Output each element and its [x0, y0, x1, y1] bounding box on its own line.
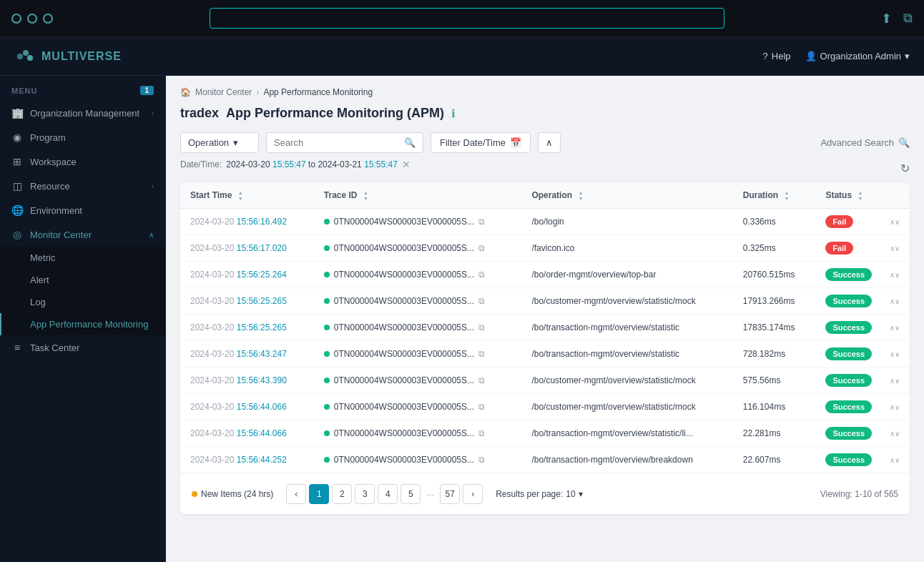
environment-label: Environment [30, 205, 82, 216]
sidebar-item-workspace[interactable]: ⊞ Workspace [0, 149, 165, 174]
filter-toggle-button[interactable]: ∧ [538, 132, 561, 153]
time-link-5[interactable]: 15:56:43.247 [237, 349, 287, 359]
cell-status-9: Success ∧∨ [815, 447, 910, 473]
sidebar-item-resource[interactable]: ◫ Resource › [0, 174, 165, 198]
copy-icon-5[interactable]: ⧉ [478, 349, 485, 359]
col-start-time[interactable]: Start Time ▲ ▼ [180, 183, 314, 209]
table-row[interactable]: 2024-03-20 15:56:25.265 0TN000004WS00000… [180, 288, 910, 315]
sidebar-item-metric[interactable]: Metric [0, 247, 165, 269]
results-per-page-selector[interactable]: Results per page: 10 ▾ [496, 489, 582, 499]
col-trace-id[interactable]: Trace ID ▲ ▼ [314, 183, 522, 209]
expand-row-icon-8[interactable]: ∧∨ [890, 430, 900, 438]
advanced-search-icon: 🔍 [898, 137, 910, 148]
sidebar-item-monitor-center[interactable]: ◎ Monitor Center ∧ [0, 222, 165, 247]
expand-row-icon-9[interactable]: ∧∨ [890, 456, 900, 464]
pagination-page-1[interactable]: 1 [309, 484, 329, 504]
col-status[interactable]: Status ▲ ▼ [815, 183, 910, 209]
pagination-next-button[interactable]: › [463, 484, 483, 504]
user-menu-button[interactable]: 👤 Organization Admin ▾ [805, 51, 910, 61]
time-link-7[interactable]: 15:56:44.066 [237, 402, 287, 412]
sort-trace-id-icon[interactable]: ▲ ▼ [363, 190, 368, 201]
copy-icon-9[interactable]: ⧉ [478, 455, 485, 465]
page-title: App Performance Monitoring (APM) [226, 106, 444, 121]
copy-icon-4[interactable]: ⧉ [478, 322, 485, 332]
operation-filter[interactable]: Operation ▾ [180, 132, 259, 153]
sidebar-item-environment[interactable]: 🌐 Environment [0, 198, 165, 222]
copy-icon-3[interactable]: ⧉ [478, 296, 485, 306]
table-row[interactable]: 2024-03-20 15:56:25.265 0TN000004WS00000… [180, 315, 910, 341]
pagination-page-57[interactable]: 57 [440, 484, 460, 504]
time-link-4[interactable]: 15:56:25.265 [237, 322, 287, 332]
time-link-6[interactable]: 15:56:43.390 [237, 375, 287, 385]
table-row[interactable]: 2024-03-20 15:56:44.066 0TN000004WS00000… [180, 394, 910, 420]
cell-trace-5: 0TN000004WS000003EV000005S... ⧉ [314, 341, 522, 368]
pagination-page-3[interactable]: 3 [355, 484, 375, 504]
remove-date-filter-button[interactable]: ✕ [402, 159, 411, 170]
time-link-1[interactable]: 15:56:17.020 [237, 243, 287, 253]
time-link-2[interactable]: 15:56:25.264 [237, 270, 287, 280]
pagination-prev-button[interactable]: ‹ [286, 484, 306, 504]
sort-status-icon[interactable]: ▲ ▼ [857, 190, 862, 201]
sort-duration-icon[interactable]: ▲ ▼ [784, 190, 789, 201]
table-row[interactable]: 2024-03-20 15:56:43.390 0TN000004WS00000… [180, 368, 910, 394]
cell-start-time-0: 2024-03-20 15:56:16.492 [180, 209, 314, 235]
table-row[interactable]: 2024-03-20 15:56:17.020 0TN000004WS00000… [180, 235, 910, 262]
sort-start-time-icon[interactable]: ▲ ▼ [238, 190, 243, 201]
menu-badge: 1 [140, 86, 154, 95]
trace-id-7: 0TN000004WS000003EV000005S... [334, 402, 474, 412]
app-name: tradex [180, 106, 219, 121]
expand-row-icon-3[interactable]: ∧∨ [890, 297, 900, 305]
copy-icon-0[interactable]: ⧉ [478, 217, 485, 227]
advanced-search-button[interactable]: Advanced Search 🔍 [820, 137, 910, 148]
upload-icon[interactable]: ⬆ [881, 11, 892, 26]
copy-icon-6[interactable]: ⧉ [478, 375, 485, 385]
search-input[interactable] [274, 137, 400, 148]
sort-operation-icon[interactable]: ▲ ▼ [578, 190, 583, 201]
col-duration[interactable]: Duration ▲ ▼ [733, 183, 816, 209]
status-badge-2: Success [825, 268, 872, 281]
sidebar-item-apm[interactable]: App Performance Monitoring [0, 313, 165, 335]
time-link-3[interactable]: 15:56:25.265 [237, 296, 287, 306]
copy-icon-2[interactable]: ⧉ [478, 270, 485, 280]
copy-icon-1[interactable]: ⧉ [478, 243, 485, 253]
cell-start-time-8: 2024-03-20 15:56:44.066 [180, 420, 314, 447]
sidebar-item-org-management[interactable]: 🏢 Organization Management › [0, 101, 165, 125]
pagination-page-4[interactable]: 4 [378, 484, 398, 504]
sidebar-item-log[interactable]: Log [0, 291, 165, 313]
table-row[interactable]: 2024-03-20 15:56:44.066 0TN000004WS00000… [180, 420, 910, 447]
cell-start-time-1: 2024-03-20 15:56:17.020 [180, 235, 314, 262]
pagination-page-5[interactable]: 5 [400, 484, 421, 504]
logo-icon [14, 46, 34, 66]
expand-row-icon-4[interactable]: ∧∨ [890, 324, 900, 332]
expand-row-icon-6[interactable]: ∧∨ [890, 377, 900, 385]
expand-row-icon-7[interactable]: ∧∨ [890, 403, 900, 411]
help-button[interactable]: ? Help [763, 51, 791, 61]
table-row[interactable]: 2024-03-20 15:56:44.252 0TN000004WS00000… [180, 447, 910, 473]
info-icon[interactable]: ℹ [451, 107, 456, 120]
expand-row-icon-0[interactable]: ∧∨ [890, 218, 900, 226]
sidebar-item-program[interactable]: ◉ Program [0, 125, 165, 149]
expand-row-icon-1[interactable]: ∧∨ [890, 245, 900, 252]
table-row[interactable]: 2024-03-20 15:56:43.247 0TN000004WS00000… [180, 341, 910, 368]
sidebar-item-alert[interactable]: Alert [0, 269, 165, 291]
logo-text: MULTIVERSE [41, 50, 122, 63]
table-row[interactable]: 2024-03-20 15:56:16.492 0TN000004WS00000… [180, 209, 910, 235]
window-icon[interactable]: ⧉ [903, 11, 913, 26]
copy-icon-8[interactable]: ⧉ [478, 428, 485, 438]
sidebar-item-task-center[interactable]: ≡ Task Center [0, 335, 165, 360]
expand-row-icon-5[interactable]: ∧∨ [890, 350, 900, 358]
col-operation[interactable]: Operation ▲ ▼ [521, 183, 732, 209]
time-link-8[interactable]: 15:56:44.066 [237, 428, 287, 438]
time-link-0[interactable]: 15:56:16.492 [237, 217, 287, 227]
top-search-input[interactable] [210, 8, 724, 29]
pagination-page-2[interactable]: 2 [332, 484, 352, 504]
cell-start-time-6: 2024-03-20 15:56:43.390 [180, 368, 314, 394]
search-icon[interactable]: 🔍 [404, 137, 416, 148]
copy-icon-7[interactable]: ⧉ [478, 402, 485, 412]
time-link-9[interactable]: 15:56:44.252 [237, 455, 287, 465]
trace-dot-9 [324, 457, 330, 463]
filter-date-button[interactable]: Filter Date/Time 📅 [431, 132, 531, 153]
refresh-button[interactable]: ↻ [900, 162, 910, 175]
expand-row-icon-2[interactable]: ∧∨ [890, 271, 900, 279]
table-row[interactable]: 2024-03-20 15:56:25.264 0TN000004WS00000… [180, 262, 910, 288]
